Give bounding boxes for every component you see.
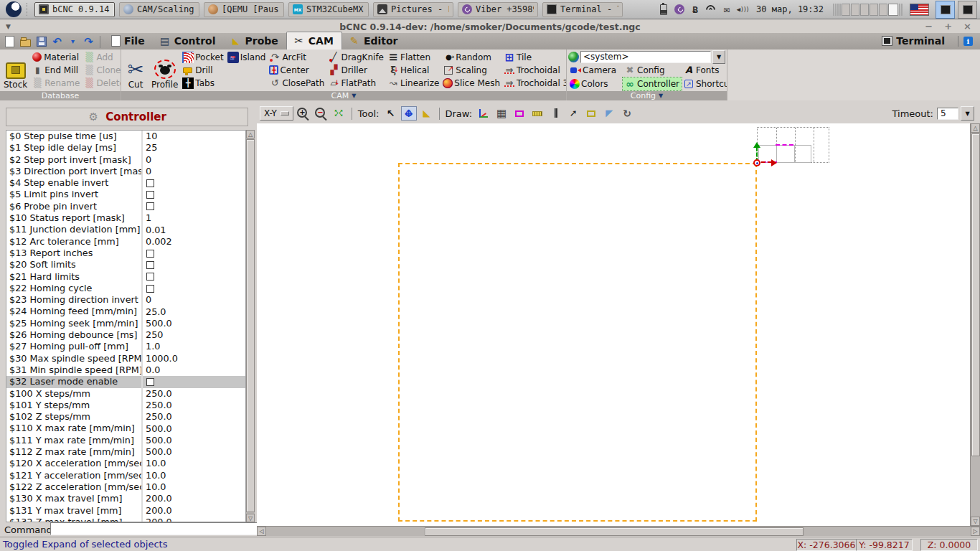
- setting-value[interactable]: 250: [141, 329, 245, 341]
- app-launcher-icon[interactable]: [6, 1, 22, 17]
- ribbon-item-dragknife[interactable]: DragKnife: [326, 51, 385, 63]
- group-dropdown-arrow-icon[interactable]: ▼: [352, 93, 356, 99]
- setting-row-30[interactable]: $30 Max spindle speed [RPM]1000.0: [6, 353, 245, 364]
- setting-row-21[interactable]: $21 Hard limits: [6, 271, 245, 283]
- ribbon-item-arcfit[interactable]: ArcFit: [268, 51, 326, 63]
- endmill-probe-button[interactable]: [547, 106, 563, 121]
- ribbon-item-profile[interactable]: Profile: [149, 50, 180, 90]
- setting-value[interactable]: 1: [141, 212, 245, 224]
- new-file-button[interactable]: [3, 34, 17, 49]
- setting-value[interactable]: [141, 283, 245, 294]
- workspace-cell[interactable]: [860, 4, 869, 16]
- reload-button[interactable]: [619, 106, 635, 121]
- setting-value[interactable]: 200.0: [141, 505, 245, 517]
- setting-row-132[interactable]: $132 Z max travel [mm]200.0: [6, 517, 245, 522]
- workspace-cell[interactable]: [851, 4, 859, 16]
- timeout-dropdown-arrow-icon[interactable]: ▼: [961, 106, 974, 121]
- save-file-button[interactable]: [34, 34, 48, 49]
- scrollbar-thumb[interactable]: [246, 139, 255, 512]
- setting-value[interactable]: 200.0: [141, 517, 245, 522]
- workarea-button[interactable]: [583, 106, 599, 121]
- grid-button[interactable]: [494, 106, 509, 121]
- setting-row-26[interactable]: $26 Homing debounce [ms]250: [6, 329, 245, 341]
- ribbon-item-closepath[interactable]: ClosePath: [268, 77, 326, 90]
- workspace-cell[interactable]: [842, 4, 850, 16]
- ribbon-item-end-mill[interactable]: End Mill: [30, 64, 81, 76]
- tab-editor[interactable]: Editor: [342, 33, 406, 50]
- gcode-canvas[interactable]: [257, 123, 970, 526]
- scroll-up-arrow-icon[interactable]: △: [246, 130, 255, 138]
- zoom-in-button[interactable]: [296, 106, 311, 121]
- setting-value[interactable]: 0.002: [141, 236, 245, 248]
- setting-row-130[interactable]: $130 X max travel [mm]200.0: [6, 493, 245, 504]
- volume-icon[interactable]: [736, 3, 749, 16]
- setting-row-3[interactable]: $3 Direction port invert [mask]0: [6, 166, 245, 177]
- setting-value[interactable]: 1.0: [141, 341, 245, 352]
- setting-row-6[interactable]: $6 Probe pin invert: [6, 201, 245, 212]
- workspace-cell[interactable]: [833, 4, 834, 16]
- ribbon-item-shortcuts[interactable]: Shortcuts: [682, 77, 726, 90]
- timeout-value[interactable]: 5: [937, 108, 958, 120]
- taskbar-window-cam-scaling[interactable]: CAM/Scaling...: [119, 2, 199, 17]
- setting-value[interactable]: 1000.0: [141, 353, 245, 364]
- group-dropdown-arrow-icon[interactable]: ▼: [659, 93, 663, 99]
- system-dropdown-arrow-icon[interactable]: ▼: [712, 50, 725, 64]
- undo-button[interactable]: [50, 34, 64, 49]
- workspace-cell[interactable]: [837, 4, 839, 16]
- setting-value[interactable]: [141, 248, 245, 259]
- ribbon-item-material[interactable]: Material: [30, 51, 81, 63]
- ribbon-item-clone[interactable]: Clone: [82, 64, 121, 76]
- setting-value[interactable]: [141, 271, 245, 283]
- setting-value[interactable]: 25.0: [141, 306, 245, 317]
- setting-checkbox[interactable]: [146, 250, 154, 258]
- scroll-down-arrow-icon[interactable]: ▽: [971, 517, 980, 526]
- ribbon-item-trochoidal-3d[interactable]: Trochoidal 3D: [502, 77, 567, 90]
- setting-row-11[interactable]: $11 Junction deviation [mm]0.01: [6, 224, 245, 235]
- info-icon[interactable]: [963, 37, 973, 46]
- setting-value[interactable]: 500.0: [141, 423, 245, 434]
- setting-checkbox[interactable]: [146, 179, 154, 187]
- ribbon-item-driller[interactable]: Driller: [326, 64, 385, 76]
- setting-row-22[interactable]: $22 Homing cycle: [6, 283, 245, 294]
- setting-row-0[interactable]: $0 Step pulse time [us]10: [6, 131, 245, 142]
- battery-icon[interactable]: [657, 3, 670, 16]
- close-button[interactable]: ×: [963, 22, 971, 32]
- setting-value[interactable]: 25: [141, 142, 245, 154]
- canvas-horizontal-scrollbar[interactable]: ◁ ▷: [257, 526, 980, 536]
- bluetooth-icon[interactable]: [689, 3, 702, 16]
- ribbon-item-fonts[interactable]: Fonts: [682, 64, 726, 77]
- ribbon-item-cut[interactable]: Cut: [123, 50, 149, 90]
- setting-value[interactable]: 500.0: [141, 435, 245, 446]
- scroll-right-arrow-icon[interactable]: ▷: [971, 527, 980, 536]
- setting-row-5[interactable]: $5 Limit pins invert: [6, 189, 245, 200]
- ribbon-item-colors[interactable]: Colors: [568, 77, 623, 90]
- setting-row-24[interactable]: $24 Homing feed [mm/min]25.0: [6, 306, 245, 317]
- taskbar-window-viber-35989[interactable]: Viber +35989...: [458, 2, 538, 17]
- tab-file[interactable]: File: [105, 33, 153, 50]
- canvas-vertical-scrollbar[interactable]: △ ▽: [970, 123, 980, 526]
- zoom-fit-button[interactable]: [331, 106, 347, 121]
- ribbon-item-add[interactable]: Add: [82, 51, 121, 63]
- setting-row-31[interactable]: $31 Min spindle speed [RPM]0.0: [6, 364, 245, 376]
- zoom-out-button[interactable]: [314, 106, 329, 121]
- setting-row-112[interactable]: $112 Z max rate [mm/min]500.0: [6, 446, 245, 458]
- minimize-button[interactable]: −: [925, 22, 933, 32]
- setting-row-20[interactable]: $20 Soft limits: [6, 259, 245, 270]
- ribbon-item-flatpath[interactable]: FlatPath: [326, 77, 385, 90]
- taskbar-clock[interactable]: 30 мар, 19:32: [756, 4, 824, 14]
- ribbon-item-stock[interactable]: Stock: [1, 50, 29, 90]
- setting-value[interactable]: 10.0: [141, 481, 245, 493]
- setting-value[interactable]: 250.0: [141, 411, 245, 423]
- tab-control[interactable]: Control: [153, 33, 224, 50]
- tab-cam[interactable]: CAM: [286, 32, 342, 50]
- setting-value[interactable]: [141, 376, 245, 387]
- margin-button[interactable]: [512, 106, 527, 121]
- workspace-cell[interactable]: [879, 4, 887, 16]
- setting-row-10[interactable]: $10 Status report [mask]1: [6, 212, 245, 224]
- setting-row-12[interactable]: $12 Arc tolerance [mm]0.002: [6, 236, 245, 248]
- camera-view-button[interactable]: [601, 106, 617, 121]
- ribbon-item-rename[interactable]: Rename: [30, 77, 81, 90]
- window-switch-button-active[interactable]: [936, 1, 955, 19]
- ribbon-item-linearize[interactable]: Linearize: [386, 77, 440, 90]
- ribbon-item-helical[interactable]: Helical: [386, 64, 440, 76]
